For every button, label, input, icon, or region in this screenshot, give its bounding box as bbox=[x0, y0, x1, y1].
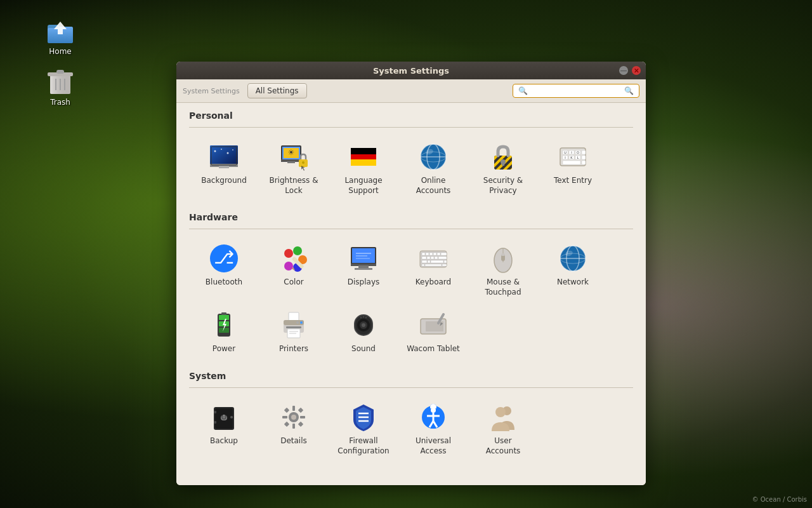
settings-item-keyboard[interactable]: Keyboard bbox=[398, 237, 468, 304]
home-icon bbox=[45, 15, 75, 46]
settings-item-displays[interactable]: Displays bbox=[329, 237, 398, 304]
details-label: Details bbox=[280, 436, 307, 446]
settings-item-brightness-lock[interactable]: ☀ Brightness &Lock bbox=[259, 135, 329, 202]
language-support-label: LanguageSupport bbox=[344, 176, 382, 196]
svg-point-132 bbox=[360, 317, 362, 319]
section-title-personal: Personal bbox=[189, 110, 633, 121]
svg-rect-147 bbox=[214, 421, 216, 424]
wacom-tablet-label: Wacom Tablet bbox=[407, 344, 460, 354]
search-icon-left: 🔍 bbox=[518, 86, 528, 95]
settings-item-firewall[interactable]: FirewallConfiguration bbox=[329, 396, 398, 462]
hardware-grid-2: Power bbox=[189, 304, 633, 361]
svg-rect-55 bbox=[582, 156, 586, 159]
settings-item-security-privacy[interactable]: Security &Privacy bbox=[468, 135, 538, 202]
system-grid: Backup bbox=[189, 396, 633, 462]
window-title: System Settings bbox=[373, 66, 449, 76]
svg-rect-158 bbox=[298, 422, 303, 427]
svg-rect-23 bbox=[287, 161, 295, 163]
settings-item-mouse-touchpad[interactable]: Mouse &Touchpad bbox=[468, 237, 538, 304]
svg-rect-146 bbox=[214, 411, 216, 413]
wacom-tablet-icon bbox=[418, 310, 449, 340]
svg-rect-154 bbox=[300, 416, 305, 418]
svg-text:U: U bbox=[564, 150, 566, 154]
svg-point-122 bbox=[300, 321, 303, 324]
search-input[interactable] bbox=[530, 86, 622, 95]
text-entry-label: Text Entry bbox=[554, 176, 592, 186]
online-accounts-label: OnlineAccounts bbox=[416, 176, 451, 196]
backup-label: Backup bbox=[210, 436, 238, 446]
settings-item-user-accounts[interactable]: UserAccounts bbox=[468, 396, 538, 462]
svg-rect-87 bbox=[437, 253, 440, 255]
search-bar: 🔍 🔍 bbox=[513, 84, 639, 98]
settings-item-language-support[interactable]: LanguageSupport bbox=[329, 135, 398, 202]
settings-item-wacom-tablet[interactable]: Wacom Tablet bbox=[398, 304, 468, 361]
background-label: Background bbox=[201, 176, 247, 186]
svg-rect-153 bbox=[282, 416, 287, 418]
settings-item-bluetooth[interactable]: ⎇ Bluetooth bbox=[189, 237, 259, 304]
hardware-grid: ⎇ Bluetooth bbox=[189, 237, 633, 304]
settings-item-details[interactable]: Details bbox=[259, 396, 329, 462]
svg-point-150 bbox=[291, 415, 296, 420]
svg-point-17 bbox=[227, 152, 229, 154]
toolbar: System Settings All Settings 🔍 🔍 bbox=[176, 79, 646, 103]
settings-item-power[interactable]: Power bbox=[189, 304, 259, 361]
minimize-button[interactable]: — bbox=[619, 66, 628, 75]
svg-rect-114 bbox=[219, 315, 229, 320]
svg-rect-99 bbox=[425, 264, 442, 266]
svg-point-148 bbox=[230, 416, 233, 418]
settings-item-background[interactable]: Background bbox=[189, 135, 259, 202]
universal-access-label: UniversalAccess bbox=[416, 436, 451, 456]
svg-rect-95 bbox=[428, 260, 430, 263]
printers-icon bbox=[278, 310, 309, 340]
settings-item-text-entry[interactable]: U I O I K L Text Entry bbox=[538, 135, 608, 202]
user-accounts-label: UserAccounts bbox=[486, 436, 521, 456]
power-label: Power bbox=[213, 344, 235, 354]
displays-label: Displays bbox=[348, 277, 379, 288]
svg-rect-83 bbox=[422, 253, 425, 255]
backup-icon bbox=[209, 402, 239, 432]
section-divider-hardware bbox=[189, 229, 633, 229]
svg-rect-3 bbox=[58, 29, 63, 34]
settings-item-sound[interactable]: Sound bbox=[329, 304, 398, 361]
svg-rect-43 bbox=[502, 162, 504, 166]
svg-point-166 bbox=[431, 408, 436, 413]
svg-rect-86 bbox=[433, 253, 436, 255]
color-label: Color bbox=[284, 277, 303, 288]
settings-item-backup[interactable]: Backup bbox=[189, 396, 259, 462]
details-icon bbox=[278, 402, 309, 432]
svg-rect-80 bbox=[355, 268, 372, 270]
svg-rect-85 bbox=[429, 253, 433, 255]
printers-label: Printers bbox=[279, 344, 308, 354]
user-accounts-icon bbox=[488, 402, 518, 432]
svg-rect-57 bbox=[582, 161, 586, 164]
svg-text:I: I bbox=[571, 150, 572, 154]
section-personal: Personal bbox=[189, 110, 633, 202]
section-divider-system bbox=[189, 387, 633, 388]
settings-item-color[interactable]: Color bbox=[259, 237, 329, 304]
sound-icon bbox=[348, 310, 379, 340]
all-settings-button[interactable]: All Settings bbox=[247, 83, 307, 98]
svg-point-105 bbox=[501, 253, 505, 256]
sound-label: Sound bbox=[351, 344, 376, 354]
settings-item-universal-access[interactable]: UniversalAccess bbox=[398, 396, 468, 462]
titlebar: System Settings — ✕ bbox=[176, 62, 646, 79]
svg-rect-56 bbox=[563, 161, 580, 164]
desktop-icon-trash[interactable]: Trash bbox=[35, 64, 86, 109]
settings-item-network[interactable]: Network bbox=[538, 237, 608, 304]
settings-item-online-accounts[interactable]: OnlineAccounts bbox=[398, 135, 468, 202]
desktop-icon-home[interactable]: Home bbox=[35, 13, 86, 58]
svg-point-144 bbox=[223, 416, 225, 418]
svg-rect-91 bbox=[431, 257, 434, 259]
svg-point-27 bbox=[302, 161, 304, 164]
close-button[interactable]: ✕ bbox=[632, 66, 641, 75]
content-area: Personal bbox=[176, 103, 646, 485]
settings-item-printers[interactable]: Printers bbox=[259, 304, 329, 361]
svg-text:I: I bbox=[565, 156, 565, 159]
displays-icon bbox=[348, 243, 379, 274]
firewall-icon bbox=[348, 402, 379, 432]
svg-point-16 bbox=[221, 149, 222, 150]
search-icon-right: 🔍 bbox=[624, 86, 634, 95]
section-title-hardware: Hardware bbox=[189, 212, 633, 222]
svg-rect-92 bbox=[435, 257, 438, 259]
background-icon bbox=[209, 142, 239, 172]
